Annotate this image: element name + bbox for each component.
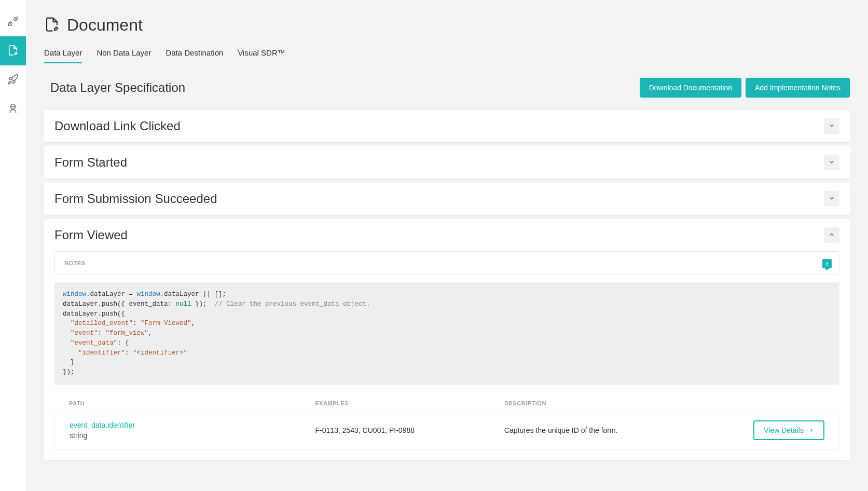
panel-header[interactable]: Form Submission Succeeded (44, 183, 850, 215)
th-examples: EXAMPLES (315, 400, 504, 406)
add-note-button[interactable]: + (822, 259, 832, 268)
chevron-up-icon (828, 231, 835, 240)
rocket-icon (7, 74, 19, 87)
collapse-toggle[interactable] (824, 227, 839, 243)
view-details-button[interactable]: View Details (753, 420, 824, 440)
attributes-table: PATH EXAMPLES DESCRIPTION event_data.ide… (54, 396, 839, 450)
plus-icon: + (825, 260, 829, 267)
panel-title: Form Viewed (54, 228, 128, 242)
panel-header[interactable]: Form Started (44, 146, 850, 179)
view-details-label: View Details (764, 426, 804, 434)
panel-header[interactable]: Download Link Clicked (44, 110, 850, 142)
sidebar-item-document[interactable] (0, 36, 26, 65)
tab-visual-sdr[interactable]: Visual SDR™ (238, 48, 285, 63)
table-header: PATH EXAMPLES DESCRIPTION (54, 396, 839, 411)
path-link[interactable]: event_data.identifier (70, 421, 315, 429)
panel-header[interactable]: Form Viewed (44, 219, 850, 251)
cell-examples: F-0113, 2543, CU001, PI-0988 (315, 426, 504, 434)
sidebar-item-user[interactable] (0, 94, 26, 124)
chevron-down-icon (828, 195, 835, 203)
document-edit-icon (7, 45, 19, 58)
panel-form-viewed: Form Viewed NOTES + window.dataLayer = w… (44, 219, 850, 460)
sidebar-item-design[interactable] (0, 7, 26, 36)
main-content: Document Data Layer Non Data Layer Data … (26, 0, 868, 491)
notes-label: NOTES (64, 260, 830, 266)
panel-title: Form Started (54, 155, 127, 170)
panel-title: Form Submission Succeeded (54, 192, 217, 206)
tab-non-data-layer[interactable]: Non Data Layer (97, 48, 151, 63)
tab-data-destination[interactable]: Data Destination (166, 48, 223, 63)
section-actions: Download Documentation Add Implementatio… (640, 78, 850, 98)
panel-form-started: Form Started (44, 146, 850, 179)
tabs: Data Layer Non Data Layer Data Destinati… (44, 48, 850, 63)
page-header: Document (44, 16, 850, 35)
add-implementation-notes-button[interactable]: Add Implementation Notes (746, 78, 850, 98)
section-header: Data Layer Specification Download Docume… (44, 78, 850, 98)
panel-download-link-clicked: Download Link Clicked (44, 110, 850, 142)
expand-toggle[interactable] (824, 191, 839, 207)
notes-box: NOTES + (54, 251, 839, 275)
document-edit-icon (44, 17, 60, 34)
path-type: string (70, 431, 315, 440)
download-documentation-button[interactable]: Download Documentation (640, 78, 741, 98)
cell-description: Captures the unique ID of the form. (504, 426, 731, 434)
sidebar-item-deploy[interactable] (0, 65, 26, 94)
th-path: PATH (69, 400, 315, 406)
th-description: DESCRIPTION (504, 400, 732, 406)
table-row: event_data.identifier string F-0113, 254… (54, 411, 839, 450)
chevron-down-icon (828, 158, 835, 167)
code-block: window.dataLayer = window.dataLayer || [… (54, 282, 839, 385)
expand-toggle[interactable] (824, 155, 839, 170)
chevron-down-icon (828, 122, 835, 131)
tab-data-layer[interactable]: Data Layer (44, 48, 82, 63)
expand-toggle[interactable] (824, 118, 839, 134)
astronaut-icon (7, 103, 19, 116)
panel-form-submission-succeeded: Form Submission Succeeded (44, 183, 850, 215)
page-title: Document (67, 16, 143, 35)
section-title: Data Layer Specification (44, 80, 185, 95)
sidebar (0, 0, 26, 491)
cell-path: event_data.identifier string (70, 421, 315, 440)
panel-body: NOTES + window.dataLayer = window.dataLa… (44, 251, 850, 460)
pencil-ruler-icon (7, 16, 19, 29)
panel-title: Download Link Clicked (54, 119, 181, 133)
chevron-right-icon (809, 426, 814, 434)
